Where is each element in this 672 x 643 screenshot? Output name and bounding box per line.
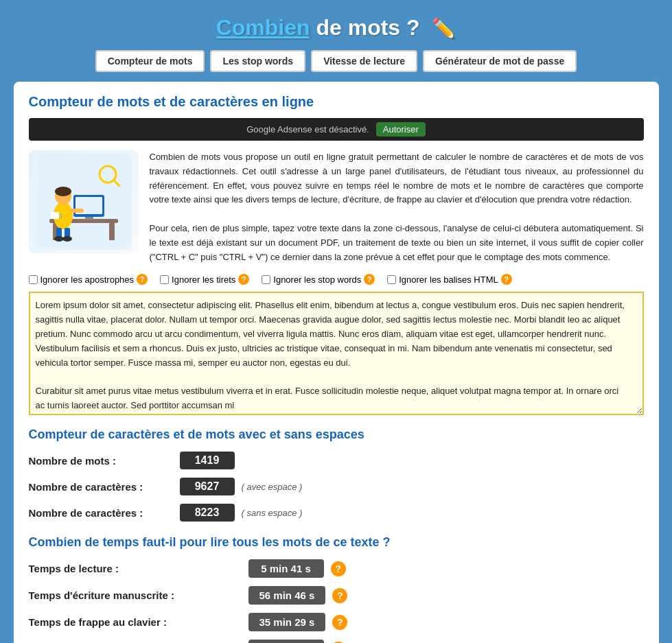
stat-label-2: Nombre de caractères :	[29, 507, 180, 519]
svg-point-13	[54, 236, 64, 242]
help-icon-0[interactable]: ?	[137, 274, 148, 285]
stat-row-2: Nombre de caractères :8223( sans espace …	[29, 504, 644, 522]
ad-text: Google Adsense est désactivé.	[246, 124, 369, 135]
option-item-2: Ignorer les stop words?	[262, 274, 375, 285]
option-item-3: Ignorer les balises HTML?	[387, 274, 512, 285]
time-value-1: 56 min 46 s	[248, 586, 326, 605]
nav-button-2[interactable]: Vitesse de lecture	[311, 50, 417, 72]
stat-note-2: ( sans espace )	[242, 508, 303, 518]
time-help-icon-0[interactable]: ?	[331, 561, 346, 576]
svg-point-18	[103, 169, 113, 179]
intro-image	[29, 150, 139, 253]
option-label-3: Ignorer les balises HTML	[399, 274, 498, 285]
intro-text: Combien de mots vous propose un outil en…	[150, 150, 644, 264]
authorize-button[interactable]: Autoriser	[376, 122, 426, 137]
help-icon-3[interactable]: ?	[501, 274, 512, 285]
time-grid: Temps de lecture :5 min 41 s?Temps d'écr…	[29, 559, 644, 643]
header: Combien de mots ? ✏️	[7, 7, 665, 50]
nav-button-3[interactable]: Générateur de mot de passe	[423, 50, 577, 72]
time-row-2: Temps de frappe au clavier :35 min 29 s?	[29, 613, 644, 631]
option-label-0: Ignorer les apostrophes	[40, 274, 135, 285]
ad-bar: Google Adsense est désactivé. Autoriser	[29, 118, 644, 141]
stat-value-0: 1419	[180, 452, 235, 469]
stat-label-0: Nombre de mots :	[29, 455, 180, 467]
stats-grid: Nombre de mots :1419Nombre de caractères…	[29, 452, 644, 522]
time-help-icon-2[interactable]: ?	[332, 615, 347, 630]
time-help-icon-1[interactable]: ?	[332, 588, 347, 603]
textarea-wrapper	[29, 292, 644, 418]
time-label-0: Temps de lecture :	[29, 563, 248, 574]
section-title: Compteur de mots et de caractères en lig…	[29, 94, 644, 110]
nav-button-1[interactable]: Les stop words	[210, 50, 305, 72]
title-combien: Combien	[216, 15, 310, 40]
stat-value-1: 9627	[180, 478, 235, 495]
svg-rect-15	[51, 212, 59, 219]
time-row-0: Temps de lecture :5 min 41 s?	[29, 559, 644, 578]
option-item-1: Ignorer les tirets?	[160, 274, 249, 285]
main-card: Compteur de mots et de caractères en lig…	[14, 82, 659, 643]
help-icon-2[interactable]: ?	[364, 274, 375, 285]
title-rest: de mots ?	[310, 15, 420, 40]
svg-rect-10	[70, 209, 84, 213]
option-checkbox-0[interactable]	[29, 275, 38, 284]
intro-section: Combien de mots vous propose un outil en…	[29, 150, 644, 264]
option-item-0: Ignorer les apostrophes?	[29, 274, 148, 285]
svg-rect-3	[109, 223, 115, 240]
nav-button-0[interactable]: Compteur de mots	[95, 50, 205, 72]
option-label-1: Ignorer les tirets	[172, 274, 235, 285]
options-row: Ignorer les apostrophes?Ignorer les tire…	[29, 274, 644, 285]
option-label-2: Ignorer les stop words	[273, 274, 361, 285]
page-title: Combien de mots ? ✏️	[7, 15, 665, 40]
time-value-2: 35 min 29 s	[248, 613, 326, 631]
counter-section-title: Compteur de caractères et de mots avec e…	[29, 428, 644, 442]
option-checkbox-1[interactable]	[160, 275, 169, 284]
svg-point-9	[55, 187, 71, 196]
stat-row-1: Nombre de caractères :9627( avec espace …	[29, 478, 644, 495]
stat-note-1: ( avec espace )	[242, 482, 303, 492]
time-row-3: Temps d'élocution :9 min 28 s?	[29, 640, 644, 643]
time-label-1: Temps d'écriture manuscrite :	[29, 589, 248, 601]
svg-rect-6	[85, 217, 93, 220]
option-checkbox-3[interactable]	[387, 275, 396, 284]
main-textarea[interactable]	[29, 292, 644, 415]
stat-value-2: 8223	[180, 504, 235, 522]
stat-label-1: Nombre de caractères :	[29, 481, 180, 493]
time-section-title: Combien de temps faut-il pour lire tous …	[29, 535, 644, 550]
nav-bar: Compteur de motsLes stop wordsVitesse de…	[7, 50, 665, 72]
stat-row-0: Nombre de mots :1419	[29, 452, 644, 469]
time-row-1: Temps d'écriture manuscrite :56 min 46 s…	[29, 586, 644, 605]
time-value-0: 5 min 41 s	[248, 559, 324, 578]
option-checkbox-2[interactable]	[262, 275, 270, 284]
time-label-2: Temps de frappe au clavier :	[29, 616, 248, 628]
time-value-3: 9 min 28 s	[248, 640, 324, 643]
help-icon-1[interactable]: ?	[238, 274, 249, 285]
pencil-icon: ✏️	[432, 18, 456, 39]
svg-point-14	[62, 236, 72, 242]
